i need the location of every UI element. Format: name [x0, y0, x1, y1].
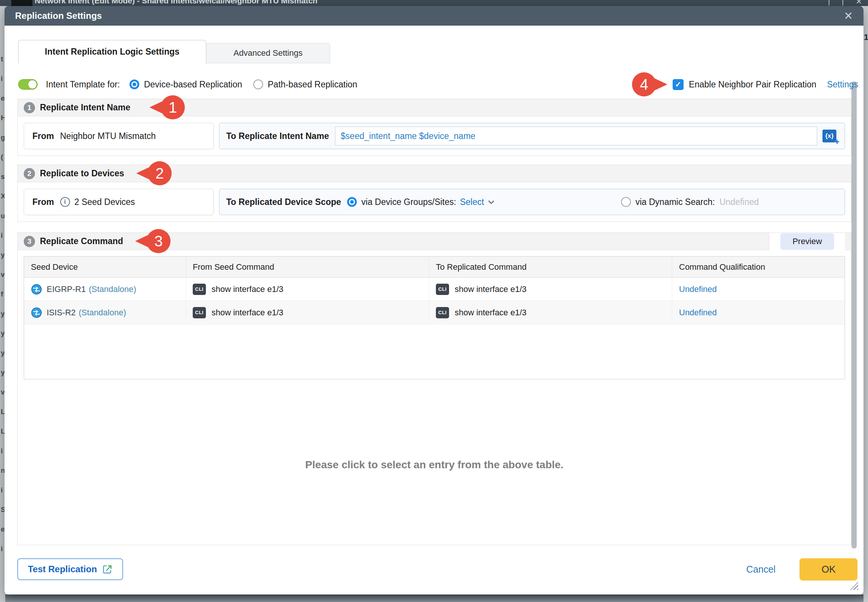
router-icon [31, 307, 42, 318]
from-label: From [32, 197, 54, 207]
section-body: From i 2 Seed Devices To Replicated Devi… [18, 182, 851, 221]
device-name: ISIS-R2 [47, 308, 76, 318]
radio-path-based-replication[interactable]: Path-based Replication [253, 80, 357, 90]
column-header-command-qualification[interactable]: Command Qualification [672, 256, 845, 277]
tab-label: Advanced Settings [233, 48, 302, 58]
column-header-to-replicated-command[interactable]: To Replicated Command [429, 256, 672, 277]
intent-template-toggle[interactable] [18, 79, 38, 90]
cli-badge-icon: CLI [436, 284, 449, 295]
test-replication-label: Test Replication [28, 564, 97, 574]
from-seed-command-cell: CLI show interface e1/3 [186, 301, 429, 324]
command-text: show interface e1/3 [455, 284, 527, 294]
table-header-row: Seed Device From Seed Command To Replica… [24, 256, 845, 278]
preview-button[interactable]: Preview [780, 233, 834, 250]
router-icon [31, 284, 42, 295]
command-text: show interface e1/3 [211, 308, 283, 318]
radio-label: Path-based Replication [268, 80, 357, 90]
qualification-link[interactable]: Undefined [679, 308, 717, 318]
cancel-button[interactable]: Cancel [746, 564, 776, 575]
from-intent-value: Neighbor MTU Mismatch [60, 131, 156, 141]
annotation-callout-3: 3 [146, 229, 170, 253]
radio-icon[interactable] [130, 80, 139, 89]
section-replicate-to-devices: 2 Replicate to Devices 2 From i 2 Seed D… [17, 164, 851, 222]
cli-badge-icon: CLI [193, 284, 206, 295]
insert-variable-icon[interactable]: {x} + [822, 130, 836, 143]
enable-neighbor-pair-label: Enable Neighbor Pair Replication [689, 80, 816, 90]
command-text: show interface e1/3 [455, 308, 527, 318]
toggle-knob [28, 80, 37, 89]
resize-handle-icon[interactable] [850, 582, 858, 590]
command-text: show interface e1/3 [211, 284, 283, 294]
scrollbar-thumb[interactable] [851, 81, 857, 548]
tab-advanced-settings[interactable]: Advanced Settings [206, 43, 330, 63]
enable-neighbor-pair-checkbox[interactable]: ✓ [673, 79, 684, 90]
seed-device-cell: ISIS-R2 (Standalone) [24, 301, 186, 324]
radio-device-based-replication[interactable]: Device-based Replication [130, 80, 242, 90]
tab-bar: Intent Replication Logic Settings Advanc… [18, 40, 330, 63]
section-replicate-intent-name: 1 Replicate Intent Name 1 From Neighbor … [17, 99, 851, 156]
device-groups-select-link[interactable]: Select [460, 197, 484, 207]
tab-intent-replication-logic-settings[interactable]: Intent Replication Logic Settings [18, 40, 206, 63]
variable-glyph: {x} [825, 132, 834, 140]
tab-label: Intent Replication Logic Settings [45, 47, 179, 57]
close-icon[interactable]: ✕ [844, 11, 853, 22]
scrollbar[interactable] [851, 81, 857, 548]
cli-badge-icon: CLI [193, 307, 206, 318]
test-replication-button[interactable]: Test Replication [17, 558, 123, 580]
radio-via-device-groups[interactable]: via Device Groups/Sites: [347, 197, 456, 207]
section-header: 1 Replicate Intent Name 1 [18, 99, 851, 117]
step-number-badge: 2 [24, 168, 35, 179]
radio-icon[interactable] [253, 80, 263, 89]
ok-button[interactable]: OK [799, 558, 857, 580]
to-replicated-command-cell: CLI show interface e1/3 [429, 278, 672, 301]
background-right-strip: 1 [863, 6, 868, 602]
table-row[interactable]: EIGRP-R1 (Standalone) CLI show interface… [24, 278, 845, 301]
from-intent-box: From Neighbor MTU Mismatch [24, 123, 214, 149]
background-bottom-bar [5, 594, 863, 602]
table-row[interactable]: ISIS-R2 (Standalone) CLI show interface … [24, 301, 845, 324]
column-header-seed-device[interactable]: Seed Device [24, 256, 186, 277]
background-window-title: Network Intent (Edit Mode) - Shared Inte… [35, 0, 317, 5]
dialog-footer: Test Replication Cancel OK [17, 557, 857, 582]
background-window-titlebar: Network Intent (Edit Mode) - Shared Inte… [0, 0, 868, 6]
intent-template-label: Intent Template for: [46, 80, 120, 90]
radio-icon[interactable] [621, 197, 631, 207]
device-name: EIGRP-R1 [47, 284, 86, 294]
divider-icon: | [842, 0, 844, 6]
neighbor-pair-settings-link[interactable]: Settings [827, 80, 858, 90]
close-icon[interactable]: ✕ [856, 0, 862, 6]
from-seed-devices-box: From i 2 Seed Devices [24, 189, 214, 215]
to-replicated-command-cell: CLI show interface e1/3 [429, 301, 672, 324]
section-header: 2 Replicate to Devices 2 [18, 165, 851, 182]
section-replicate-command: 3 Replicate Command 3 Preview Seed Devic… [17, 232, 851, 545]
from-seed-command-cell: CLI show interface e1/3 [186, 278, 429, 301]
divider-icon: | [828, 0, 830, 6]
annotation-callout-4: 4 [632, 72, 656, 97]
replication-settings-dialog: Replication Settings ✕ Intent Replicatio… [5, 6, 863, 594]
replicate-command-table: Seed Device From Seed Command To Replica… [24, 256, 845, 379]
dialog-header: Replication Settings ✕ [5, 6, 863, 26]
replicate-intent-name-input[interactable]: $seed_intent_name $device_name [335, 127, 817, 146]
section-body: From Neighbor MTU Mismatch To Replicate … [18, 117, 851, 155]
radio-icon[interactable] [347, 197, 357, 207]
section-header: 3 Replicate Command 3 Preview [18, 233, 851, 250]
empty-selection-message: Please click to select an entry from the… [18, 459, 851, 471]
command-qualification-cell: Undefined [672, 278, 845, 301]
radio-label: Device-based Replication [144, 80, 242, 90]
device-scope-label: To Replicated Device Scope [226, 197, 341, 207]
intent-name-variables: $seed_intent_name $device_name [341, 131, 475, 141]
annotation-callout-1: 1 [161, 95, 185, 120]
radio-via-dynamic-search[interactable]: via Dynamic Search: Undefined [621, 197, 759, 207]
cli-badge-icon: CLI [436, 307, 449, 318]
column-header-from-seed-command[interactable]: From Seed Command [186, 256, 429, 277]
annotation-callout-2: 2 [147, 161, 171, 185]
qualification-link[interactable]: Undefined [679, 284, 717, 294]
device-mode: (Standalone) [89, 284, 136, 294]
intent-template-row: Intent Template for: Device-based Replic… [18, 74, 858, 95]
section-title: Replicate Intent Name [40, 103, 130, 113]
info-icon[interactable]: i [60, 197, 70, 207]
chevron-down-icon[interactable] [488, 200, 494, 204]
background-clipped-text: 1 [864, 32, 868, 42]
neighbor-pair-cluster: 4 ✓ Enable Neighbor Pair Replication Set… [632, 72, 858, 97]
section-title: Replicate to Devices [40, 168, 124, 178]
